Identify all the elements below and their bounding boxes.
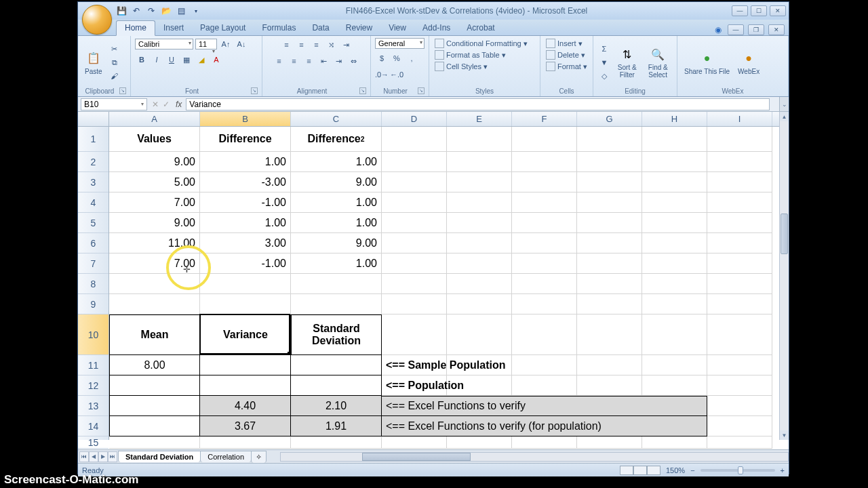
col-header-F[interactable]: F: [512, 112, 577, 126]
cell-styles-button[interactable]: Cell Styles ▾: [433, 61, 489, 72]
row-header-5[interactable]: 5: [78, 213, 108, 233]
help-icon[interactable]: ◉: [713, 24, 724, 35]
save-icon[interactable]: 💾: [116, 5, 127, 16]
cell-B12[interactable]: [200, 375, 291, 396]
cell-D10[interactable]: [382, 314, 447, 355]
font-size-combo[interactable]: 11: [195, 39, 217, 49]
row-header-12[interactable]: 12: [78, 375, 108, 396]
prev-sheet-icon[interactable]: ◀: [89, 451, 98, 462]
cell-H15[interactable]: [642, 436, 707, 449]
copy-icon[interactable]: ⧉: [108, 56, 121, 68]
tab-insert[interactable]: Insert: [155, 21, 192, 35]
row-header-7[interactable]: 7: [78, 253, 108, 274]
format-painter-icon[interactable]: 🖌: [108, 70, 121, 82]
tab-acrobat[interactable]: Acrobat: [458, 21, 502, 35]
share-file-button[interactable]: ● Share This File: [682, 49, 732, 77]
merge-center-icon[interactable]: ⇔: [347, 54, 361, 68]
italic-button[interactable]: I: [150, 53, 163, 66]
cell-I1[interactable]: [707, 127, 772, 152]
cell-G8[interactable]: [577, 274, 642, 294]
bold-button[interactable]: B: [135, 53, 149, 66]
office-button[interactable]: [82, 5, 112, 35]
cell-C7[interactable]: 1.00: [291, 253, 382, 274]
center-align-icon[interactable]: ≡: [288, 54, 301, 68]
cell-A6[interactable]: 11.00: [109, 233, 200, 253]
scroll-down-icon[interactable]: ▼: [780, 430, 789, 440]
cell-D1[interactable]: [382, 127, 447, 152]
cell-B11[interactable]: [200, 355, 291, 375]
wrap-text-icon[interactable]: ⇥: [340, 38, 353, 52]
cell-E1[interactable]: [447, 127, 512, 152]
cell-G1[interactable]: [577, 127, 642, 152]
orientation-icon[interactable]: ⤭: [325, 38, 338, 52]
redo-icon[interactable]: ↷: [146, 5, 157, 16]
open-icon[interactable]: 📂: [161, 5, 172, 16]
cell-E10[interactable]: [447, 314, 512, 355]
cell-H7[interactable]: [642, 253, 707, 274]
middle-align-icon[interactable]: ≡: [295, 38, 309, 52]
cell-C14[interactable]: 1.91: [291, 416, 382, 436]
row-header-1[interactable]: 1: [78, 127, 108, 152]
row-headers[interactable]: 123456789101112131415: [78, 127, 109, 440]
paste-button[interactable]: 📋 Paste: [82, 49, 105, 77]
vscroll-thumb[interactable]: [781, 214, 788, 254]
cell-B15[interactable]: [200, 436, 291, 449]
fill-icon[interactable]: ▼: [597, 56, 611, 68]
cell-H8[interactable]: [642, 274, 707, 294]
cut-icon[interactable]: ✂: [108, 43, 121, 55]
cell-H6[interactable]: [642, 233, 707, 253]
tab-addins[interactable]: Add-Ins: [414, 21, 458, 35]
col-header-G[interactable]: G: [577, 112, 642, 126]
cell-B5[interactable]: 1.00: [200, 213, 291, 233]
right-align-icon[interactable]: ≡: [302, 54, 316, 68]
cell-I4[interactable]: [707, 192, 772, 213]
cell-H2[interactable]: [642, 152, 707, 172]
cell-C9[interactable]: [291, 294, 382, 314]
row-header-15[interactable]: 15: [78, 436, 108, 449]
underline-button[interactable]: U: [165, 53, 178, 66]
tab-review[interactable]: Review: [338, 21, 380, 35]
cell-G9[interactable]: [577, 294, 642, 314]
zoom-out-icon[interactable]: −: [690, 466, 694, 474]
normal-view-icon[interactable]: [620, 466, 633, 475]
comma-icon[interactable]: ,: [405, 52, 418, 65]
page-layout-view-icon[interactable]: [633, 466, 647, 475]
delete-cells-button[interactable]: Delete ▾: [545, 49, 587, 60]
enter-formula-icon[interactable]: ✓: [161, 100, 172, 109]
alignment-launcher[interactable]: ↘: [359, 87, 366, 94]
cell-C3[interactable]: 9.00: [291, 172, 382, 192]
cell-I2[interactable]: [707, 152, 772, 172]
cell-D6[interactable]: [382, 233, 447, 253]
cell-A11[interactable]: 8.00: [109, 355, 200, 375]
cell-I7[interactable]: [707, 253, 772, 274]
horizontal-scrollbar[interactable]: [280, 452, 789, 462]
autosum-icon[interactable]: Σ: [597, 43, 611, 55]
cell-D4[interactable]: [382, 192, 447, 213]
doc-restore-button[interactable]: ❐: [748, 24, 764, 35]
cell-C5[interactable]: 1.00: [291, 213, 382, 233]
row-header-6[interactable]: 6: [78, 233, 108, 253]
cell-D3[interactable]: [382, 172, 447, 192]
vertical-scrollbar[interactable]: ▲ ▼: [779, 112, 789, 440]
cell-I11[interactable]: [707, 355, 772, 375]
cell-G5[interactable]: [577, 213, 642, 233]
cell-E7[interactable]: [447, 253, 512, 274]
conditional-formatting-button[interactable]: Conditional Formatting ▾: [433, 38, 529, 49]
format-cells-button[interactable]: Format ▾: [545, 61, 589, 72]
clipboard-launcher[interactable]: ↘: [119, 87, 126, 94]
cell-F9[interactable]: [512, 294, 577, 314]
cell-A12[interactable]: [109, 375, 200, 396]
tab-data[interactable]: Data: [304, 21, 337, 35]
col-header-E[interactable]: E: [447, 112, 512, 126]
cell-B8[interactable]: [200, 274, 291, 294]
qat-more-icon[interactable]: ▾: [191, 5, 201, 16]
col-header-D[interactable]: D: [382, 112, 447, 126]
cell-B9[interactable]: [200, 294, 291, 314]
tab-page-layout[interactable]: Page Layout: [192, 21, 254, 35]
zoom-in-icon[interactable]: +: [781, 466, 785, 474]
tab-formulas[interactable]: Formulas: [254, 21, 304, 35]
cell-A9[interactable]: [109, 294, 200, 314]
cell-C10[interactable]: Standard Deviation: [291, 314, 382, 355]
maximize-button[interactable]: ☐: [751, 5, 767, 16]
undo-icon[interactable]: ↶: [131, 5, 142, 16]
